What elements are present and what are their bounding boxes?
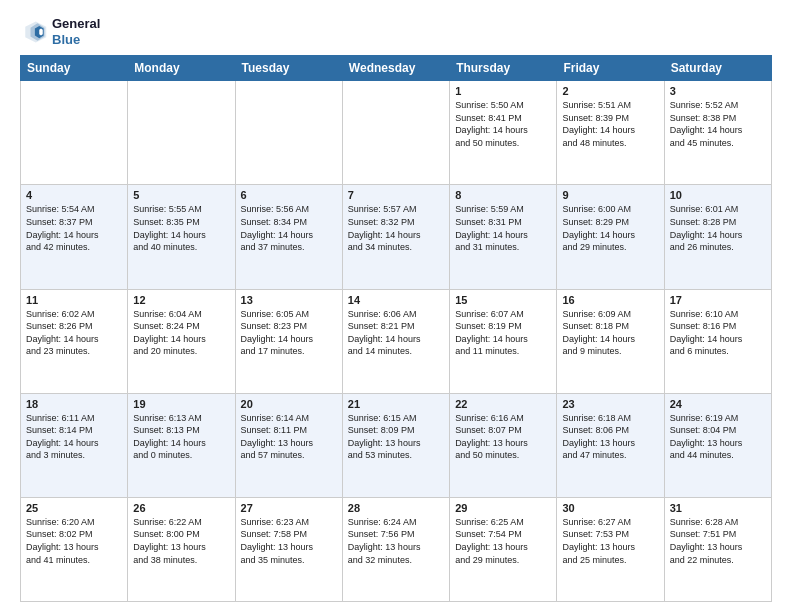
day-info: Sunrise: 6:28 AM Sunset: 7:51 PM Dayligh… bbox=[670, 516, 766, 566]
calendar-cell: 10Sunrise: 6:01 AM Sunset: 8:28 PM Dayli… bbox=[664, 185, 771, 289]
header: General Blue bbox=[20, 16, 772, 47]
weekday-header-saturday: Saturday bbox=[664, 56, 771, 81]
calendar-cell bbox=[21, 81, 128, 185]
calendar-cell: 29Sunrise: 6:25 AM Sunset: 7:54 PM Dayli… bbox=[450, 497, 557, 601]
day-number: 5 bbox=[133, 189, 229, 201]
calendar-cell: 26Sunrise: 6:22 AM Sunset: 8:00 PM Dayli… bbox=[128, 497, 235, 601]
calendar-cell: 21Sunrise: 6:15 AM Sunset: 8:09 PM Dayli… bbox=[342, 393, 449, 497]
calendar-cell: 23Sunrise: 6:18 AM Sunset: 8:06 PM Dayli… bbox=[557, 393, 664, 497]
day-number: 27 bbox=[241, 502, 337, 514]
day-number: 25 bbox=[26, 502, 122, 514]
day-number: 21 bbox=[348, 398, 444, 410]
page: General Blue SundayMondayTuesdayWednesda… bbox=[0, 0, 792, 612]
logo: General Blue bbox=[20, 16, 100, 47]
calendar-cell: 17Sunrise: 6:10 AM Sunset: 8:16 PM Dayli… bbox=[664, 289, 771, 393]
calendar-cell: 19Sunrise: 6:13 AM Sunset: 8:13 PM Dayli… bbox=[128, 393, 235, 497]
calendar-cell: 16Sunrise: 6:09 AM Sunset: 8:18 PM Dayli… bbox=[557, 289, 664, 393]
day-info: Sunrise: 5:56 AM Sunset: 8:34 PM Dayligh… bbox=[241, 203, 337, 253]
calendar-week-row: 1Sunrise: 5:50 AM Sunset: 8:41 PM Daylig… bbox=[21, 81, 772, 185]
day-number: 22 bbox=[455, 398, 551, 410]
weekday-header-tuesday: Tuesday bbox=[235, 56, 342, 81]
day-info: Sunrise: 5:55 AM Sunset: 8:35 PM Dayligh… bbox=[133, 203, 229, 253]
day-info: Sunrise: 6:19 AM Sunset: 8:04 PM Dayligh… bbox=[670, 412, 766, 462]
calendar-cell: 30Sunrise: 6:27 AM Sunset: 7:53 PM Dayli… bbox=[557, 497, 664, 601]
calendar-cell: 20Sunrise: 6:14 AM Sunset: 8:11 PM Dayli… bbox=[235, 393, 342, 497]
calendar-week-row: 18Sunrise: 6:11 AM Sunset: 8:14 PM Dayli… bbox=[21, 393, 772, 497]
day-info: Sunrise: 5:54 AM Sunset: 8:37 PM Dayligh… bbox=[26, 203, 122, 253]
day-number: 4 bbox=[26, 189, 122, 201]
day-number: 6 bbox=[241, 189, 337, 201]
calendar-week-row: 25Sunrise: 6:20 AM Sunset: 8:02 PM Dayli… bbox=[21, 497, 772, 601]
day-info: Sunrise: 6:11 AM Sunset: 8:14 PM Dayligh… bbox=[26, 412, 122, 462]
weekday-header-monday: Monday bbox=[128, 56, 235, 81]
day-number: 26 bbox=[133, 502, 229, 514]
weekday-header-sunday: Sunday bbox=[21, 56, 128, 81]
calendar-cell: 6Sunrise: 5:56 AM Sunset: 8:34 PM Daylig… bbox=[235, 185, 342, 289]
calendar-cell: 22Sunrise: 6:16 AM Sunset: 8:07 PM Dayli… bbox=[450, 393, 557, 497]
day-number: 18 bbox=[26, 398, 122, 410]
day-number: 9 bbox=[562, 189, 658, 201]
day-number: 3 bbox=[670, 85, 766, 97]
calendar-cell: 18Sunrise: 6:11 AM Sunset: 8:14 PM Dayli… bbox=[21, 393, 128, 497]
calendar-cell: 4Sunrise: 5:54 AM Sunset: 8:37 PM Daylig… bbox=[21, 185, 128, 289]
calendar-cell: 24Sunrise: 6:19 AM Sunset: 8:04 PM Dayli… bbox=[664, 393, 771, 497]
day-info: Sunrise: 5:52 AM Sunset: 8:38 PM Dayligh… bbox=[670, 99, 766, 149]
day-number: 2 bbox=[562, 85, 658, 97]
calendar-cell: 5Sunrise: 5:55 AM Sunset: 8:35 PM Daylig… bbox=[128, 185, 235, 289]
day-info: Sunrise: 6:06 AM Sunset: 8:21 PM Dayligh… bbox=[348, 308, 444, 358]
calendar-cell: 15Sunrise: 6:07 AM Sunset: 8:19 PM Dayli… bbox=[450, 289, 557, 393]
day-info: Sunrise: 6:10 AM Sunset: 8:16 PM Dayligh… bbox=[670, 308, 766, 358]
logo-icon bbox=[20, 18, 48, 46]
day-number: 1 bbox=[455, 85, 551, 97]
calendar-cell bbox=[342, 81, 449, 185]
day-number: 17 bbox=[670, 294, 766, 306]
day-info: Sunrise: 6:01 AM Sunset: 8:28 PM Dayligh… bbox=[670, 203, 766, 253]
svg-marker-4 bbox=[39, 28, 43, 35]
calendar-table: SundayMondayTuesdayWednesdayThursdayFrid… bbox=[20, 55, 772, 602]
calendar-cell bbox=[235, 81, 342, 185]
weekday-header-thursday: Thursday bbox=[450, 56, 557, 81]
calendar-cell: 12Sunrise: 6:04 AM Sunset: 8:24 PM Dayli… bbox=[128, 289, 235, 393]
calendar-cell: 7Sunrise: 5:57 AM Sunset: 8:32 PM Daylig… bbox=[342, 185, 449, 289]
day-info: Sunrise: 6:25 AM Sunset: 7:54 PM Dayligh… bbox=[455, 516, 551, 566]
day-number: 15 bbox=[455, 294, 551, 306]
calendar-week-row: 4Sunrise: 5:54 AM Sunset: 8:37 PM Daylig… bbox=[21, 185, 772, 289]
day-number: 12 bbox=[133, 294, 229, 306]
day-info: Sunrise: 6:24 AM Sunset: 7:56 PM Dayligh… bbox=[348, 516, 444, 566]
day-info: Sunrise: 6:23 AM Sunset: 7:58 PM Dayligh… bbox=[241, 516, 337, 566]
logo-text: General Blue bbox=[52, 16, 100, 47]
day-number: 20 bbox=[241, 398, 337, 410]
calendar-cell: 31Sunrise: 6:28 AM Sunset: 7:51 PM Dayli… bbox=[664, 497, 771, 601]
day-number: 29 bbox=[455, 502, 551, 514]
day-info: Sunrise: 6:04 AM Sunset: 8:24 PM Dayligh… bbox=[133, 308, 229, 358]
day-number: 8 bbox=[455, 189, 551, 201]
calendar-cell: 3Sunrise: 5:52 AM Sunset: 8:38 PM Daylig… bbox=[664, 81, 771, 185]
day-info: Sunrise: 6:13 AM Sunset: 8:13 PM Dayligh… bbox=[133, 412, 229, 462]
day-number: 31 bbox=[670, 502, 766, 514]
calendar-cell: 1Sunrise: 5:50 AM Sunset: 8:41 PM Daylig… bbox=[450, 81, 557, 185]
day-info: Sunrise: 6:00 AM Sunset: 8:29 PM Dayligh… bbox=[562, 203, 658, 253]
day-info: Sunrise: 5:59 AM Sunset: 8:31 PM Dayligh… bbox=[455, 203, 551, 253]
calendar-cell: 11Sunrise: 6:02 AM Sunset: 8:26 PM Dayli… bbox=[21, 289, 128, 393]
day-number: 24 bbox=[670, 398, 766, 410]
day-info: Sunrise: 6:14 AM Sunset: 8:11 PM Dayligh… bbox=[241, 412, 337, 462]
calendar-header-row: SundayMondayTuesdayWednesdayThursdayFrid… bbox=[21, 56, 772, 81]
day-info: Sunrise: 6:16 AM Sunset: 8:07 PM Dayligh… bbox=[455, 412, 551, 462]
day-info: Sunrise: 6:15 AM Sunset: 8:09 PM Dayligh… bbox=[348, 412, 444, 462]
day-number: 19 bbox=[133, 398, 229, 410]
calendar-cell: 2Sunrise: 5:51 AM Sunset: 8:39 PM Daylig… bbox=[557, 81, 664, 185]
day-number: 13 bbox=[241, 294, 337, 306]
day-info: Sunrise: 5:57 AM Sunset: 8:32 PM Dayligh… bbox=[348, 203, 444, 253]
day-number: 7 bbox=[348, 189, 444, 201]
day-info: Sunrise: 6:07 AM Sunset: 8:19 PM Dayligh… bbox=[455, 308, 551, 358]
day-number: 16 bbox=[562, 294, 658, 306]
day-info: Sunrise: 6:20 AM Sunset: 8:02 PM Dayligh… bbox=[26, 516, 122, 566]
day-number: 14 bbox=[348, 294, 444, 306]
calendar-week-row: 11Sunrise: 6:02 AM Sunset: 8:26 PM Dayli… bbox=[21, 289, 772, 393]
day-info: Sunrise: 5:50 AM Sunset: 8:41 PM Dayligh… bbox=[455, 99, 551, 149]
day-info: Sunrise: 6:27 AM Sunset: 7:53 PM Dayligh… bbox=[562, 516, 658, 566]
day-info: Sunrise: 6:05 AM Sunset: 8:23 PM Dayligh… bbox=[241, 308, 337, 358]
calendar-cell: 27Sunrise: 6:23 AM Sunset: 7:58 PM Dayli… bbox=[235, 497, 342, 601]
day-number: 30 bbox=[562, 502, 658, 514]
day-number: 23 bbox=[562, 398, 658, 410]
